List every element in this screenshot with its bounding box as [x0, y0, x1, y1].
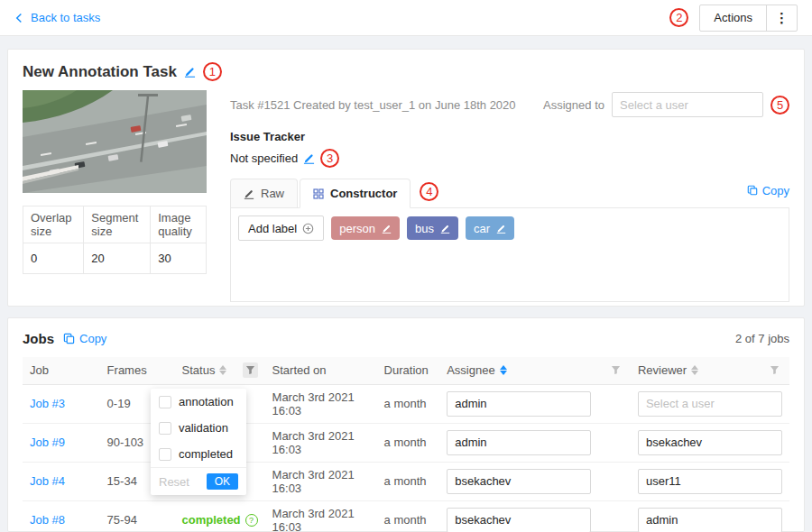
task-assignee-input[interactable] [612, 92, 763, 117]
reviewer-input[interactable] [638, 391, 782, 417]
column-header-reviewer: Reviewer [631, 357, 789, 384]
pencil-icon [382, 224, 392, 234]
copy-icon [747, 185, 758, 196]
assignee-input[interactable] [447, 430, 591, 455]
pencil-icon [303, 152, 315, 164]
assignee-input[interactable] [447, 469, 591, 494]
copy-icon [63, 333, 75, 344]
label-chip-car-name: car [474, 222, 490, 235]
page-title: New Annotation Task [23, 63, 177, 81]
add-label-text: Add label [248, 222, 297, 235]
tab-raw[interactable]: Raw [230, 179, 298, 207]
task-left-column: Overlap size Segment size Image quality … [23, 90, 207, 302]
edit-issue-tracker-button[interactable] [303, 152, 315, 164]
issue-tracker-value: Not specified [230, 151, 298, 165]
labels-constructor-panel: Add label person b [230, 208, 789, 302]
reviewer-input[interactable] [638, 508, 782, 532]
checkbox-icon[interactable] [159, 448, 171, 461]
copy-labels-button[interactable]: Copy [747, 184, 789, 197]
label-chip-person-name: person [339, 222, 375, 235]
label-chip-person[interactable]: person [331, 216, 400, 240]
kebab-menu-icon: ⋮ [775, 10, 789, 26]
tab-constructor[interactable]: Constructor [300, 179, 411, 208]
param-header-quality: Image quality [151, 206, 207, 243]
copy-labels-label: Copy [762, 184, 789, 197]
param-value-segment: 20 [84, 243, 151, 274]
jobs-table-header: Job Frames Status Started on Duration [23, 357, 789, 384]
filter-option-completed[interactable]: completed [151, 441, 246, 467]
duration-cell: a month [384, 397, 427, 410]
column-header-started: Started on [265, 357, 377, 384]
frames-cell: 75-94 [107, 513, 137, 527]
column-header-reviewer-label[interactable]: Reviewer [638, 363, 687, 377]
status-cell: completed ? [175, 500, 265, 532]
edit-task-name-button[interactable] [184, 66, 196, 78]
copy-jobs-button[interactable]: Copy [63, 332, 106, 345]
jobs-count: 2 of 7 jobs [735, 332, 789, 345]
reviewer-input[interactable] [638, 469, 782, 494]
reviewer-filter-icon[interactable] [767, 362, 782, 378]
checkbox-icon[interactable] [159, 396, 171, 408]
actions-button-group: Actions ⋮ [699, 5, 798, 32]
task-right-column: Task #1521 Created by test_user_1 on Jun… [230, 90, 789, 302]
plus-circle-icon [302, 223, 314, 234]
filter-option-annotation[interactable]: annotation [151, 389, 246, 415]
column-header-frames-label: Frames [107, 363, 147, 377]
frames-cell: 15-34 [107, 474, 137, 488]
started-cell: March 3rd 2021 16:03 [272, 468, 355, 495]
task-preview-image [23, 90, 207, 193]
task-meta-row: Task #1521 Created by test_user_1 on Jun… [230, 92, 789, 117]
filter-option-validation[interactable]: validation [151, 415, 246, 441]
frames-cell: 90-103 [107, 436, 143, 449]
add-label-button[interactable]: Add label [238, 216, 324, 241]
edit-label-bus-button[interactable] [440, 224, 450, 234]
assignee-input[interactable] [447, 508, 591, 532]
jobs-table: Job Frames Status Started on Duration [23, 357, 789, 532]
job-link[interactable]: Job #4 [30, 474, 65, 488]
pencil-icon [496, 224, 506, 234]
question-circle-icon[interactable]: ? [245, 514, 258, 527]
reviewer-input[interactable] [638, 430, 782, 455]
assignee-filter-icon[interactable] [608, 362, 623, 378]
pencil-icon [440, 224, 450, 234]
annotation-marker-5: 5 [770, 96, 789, 115]
sort-carets-icon[interactable] [500, 365, 507, 375]
annotation-marker-4: 4 [420, 182, 438, 201]
checkbox-icon[interactable] [159, 422, 171, 435]
back-to-tasks-link[interactable]: Back to tasks [14, 11, 100, 24]
job-link[interactable]: Job #9 [30, 436, 65, 449]
edit-label-car-button[interactable] [496, 224, 506, 234]
tab-raw-label: Raw [261, 187, 284, 200]
ok-button[interactable]: OK [207, 473, 238, 490]
started-cell: March 3rd 2021 16:03 [272, 507, 355, 532]
top-bar-right: 2 Actions ⋮ [669, 5, 798, 32]
actions-button[interactable]: Actions [700, 5, 766, 31]
column-header-started-label: Started on [272, 363, 327, 377]
started-cell: March 3rd 2021 16:03 [272, 429, 355, 456]
job-link[interactable]: Job #3 [30, 397, 65, 410]
label-chip-bus[interactable]: bus [407, 216, 458, 240]
status-text: completed [182, 513, 241, 527]
assignee-input[interactable] [447, 391, 591, 417]
back-to-tasks-label: Back to tasks [31, 11, 100, 24]
task-columns: Overlap size Segment size Image quality … [23, 90, 789, 302]
label-chip-bus-name: bus [415, 222, 434, 235]
job-link[interactable]: Job #8 [30, 513, 65, 527]
column-header-duration: Duration [377, 357, 440, 384]
actions-menu-button[interactable]: ⋮ [766, 5, 797, 31]
table-row: Job #8 75-94 completed ? March 3rd 2021 … [23, 500, 789, 532]
status-filter-icon[interactable] [243, 362, 258, 378]
task-params-table: Overlap size Segment size Image quality … [23, 206, 207, 274]
task-title-row: New Annotation Task 1 [23, 62, 789, 81]
column-header-assignee-label[interactable]: Assignee [447, 363, 494, 377]
reset-button[interactable]: Reset [159, 475, 189, 489]
label-chip-car[interactable]: car [466, 216, 514, 240]
jobs-card: Jobs Copy 2 of 7 jobs Job Frames Status [7, 317, 805, 532]
sort-carets-icon[interactable] [691, 365, 698, 375]
task-meta-text: Task #1521 Created by test_user_1 on Jun… [230, 98, 516, 112]
sort-carets-icon[interactable] [219, 365, 226, 375]
status-filter-dropdown: annotation validation completed Reset OK [151, 389, 246, 495]
column-header-status-label[interactable]: Status [182, 363, 216, 377]
edit-label-person-button[interactable] [382, 224, 392, 234]
started-cell: March 3rd 2021 16:03 [272, 390, 355, 417]
